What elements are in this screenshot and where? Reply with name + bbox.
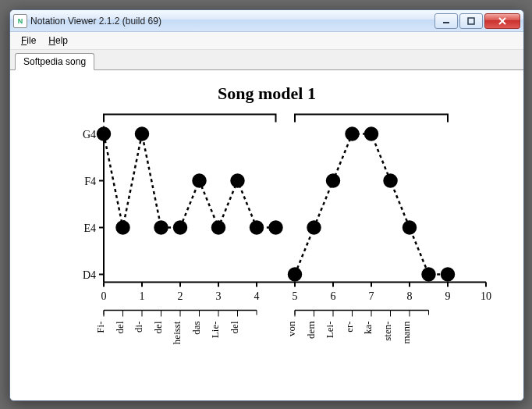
svg-text:5: 5 bbox=[293, 290, 298, 302]
window-controls bbox=[434, 13, 520, 29]
data-point bbox=[289, 269, 301, 281]
data-point bbox=[403, 222, 416, 234]
data-point bbox=[136, 128, 148, 140]
syllable-label: er- bbox=[343, 322, 355, 333]
svg-text:1: 1 bbox=[140, 290, 145, 302]
svg-text:3: 3 bbox=[216, 290, 222, 302]
window-title: Notation Viewer 2.1.2 (build 69) bbox=[30, 16, 434, 27]
data-point bbox=[346, 128, 359, 140]
svg-text:9: 9 bbox=[445, 290, 451, 302]
syllable-label: di- bbox=[133, 322, 144, 333]
series-line bbox=[104, 134, 276, 228]
menubar: File Help bbox=[10, 32, 523, 50]
data-point bbox=[442, 269, 454, 281]
svg-text:4: 4 bbox=[254, 290, 260, 302]
syllable-label: del bbox=[114, 321, 126, 333]
syllable-label: del bbox=[229, 321, 240, 333]
syllable-label: Fi- bbox=[94, 322, 106, 333]
syllable-label: del bbox=[152, 321, 164, 333]
syllable-label: dem bbox=[305, 322, 317, 339]
app-window: N Notation Viewer 2.1.2 (build 69) File … bbox=[9, 9, 524, 401]
menu-file[interactable]: File bbox=[15, 34, 42, 48]
menu-help[interactable]: Help bbox=[42, 34, 74, 48]
close-button[interactable] bbox=[484, 13, 520, 29]
svg-text:D4: D4 bbox=[83, 269, 96, 281]
syllable-label: Lei- bbox=[324, 322, 335, 339]
data-point bbox=[98, 128, 110, 140]
tab-softpedia-song[interactable]: Softpedia song bbox=[15, 53, 94, 70]
svg-text:G4: G4 bbox=[83, 129, 96, 140]
svg-text:6: 6 bbox=[331, 290, 336, 302]
syllable-label: von bbox=[286, 321, 297, 336]
data-point bbox=[174, 222, 186, 234]
svg-text:0: 0 bbox=[101, 290, 107, 302]
data-point bbox=[155, 222, 168, 234]
data-point bbox=[232, 175, 244, 187]
syllable-label: sten- bbox=[381, 322, 393, 341]
song-chart: Song model 1 D4E4F4G4 012345678910 Fi-de… bbox=[10, 70, 523, 400]
data-point bbox=[212, 222, 225, 234]
svg-text:10: 10 bbox=[481, 290, 491, 302]
chart-area: Song model 1 D4E4F4G4 012345678910 Fi-de… bbox=[10, 70, 523, 400]
series-line bbox=[295, 134, 448, 275]
syllable-label: das bbox=[190, 322, 202, 335]
data-point bbox=[308, 222, 321, 234]
tabstrip: Softpedia song bbox=[10, 50, 523, 70]
data-point bbox=[365, 128, 378, 140]
syllable-label: heisst bbox=[171, 321, 183, 344]
maximize-button[interactable] bbox=[459, 13, 483, 29]
minimize-button[interactable] bbox=[434, 13, 458, 29]
chart-title: Song model 1 bbox=[218, 84, 316, 103]
svg-text:F4: F4 bbox=[84, 176, 96, 187]
syllable-label: Lie- bbox=[209, 322, 221, 339]
data-point bbox=[423, 269, 435, 281]
svg-text:2: 2 bbox=[178, 290, 183, 302]
svg-rect-1 bbox=[468, 18, 474, 24]
syllable-label: mann bbox=[400, 321, 412, 343]
data-point bbox=[385, 175, 397, 187]
svg-text:7: 7 bbox=[369, 290, 374, 302]
syllable-label: ka- bbox=[362, 322, 374, 335]
data-point bbox=[327, 175, 339, 187]
svg-text:8: 8 bbox=[407, 290, 413, 302]
titlebar[interactable]: N Notation Viewer 2.1.2 (build 69) bbox=[10, 10, 523, 32]
data-point bbox=[250, 222, 263, 234]
data-point bbox=[193, 175, 206, 187]
svg-text:E4: E4 bbox=[83, 222, 96, 234]
data-point bbox=[270, 222, 282, 234]
data-point bbox=[117, 222, 129, 234]
app-icon: N bbox=[13, 14, 27, 28]
